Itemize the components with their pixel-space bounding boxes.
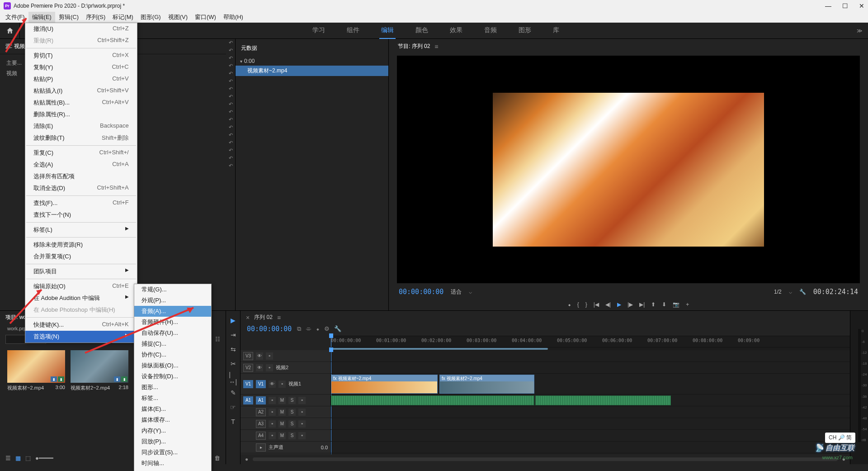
menu-marker[interactable]: 标记(M) <box>109 12 137 23</box>
lane-a2[interactable] <box>331 406 850 418</box>
menu-item[interactable]: 粘贴(P)Ctrl+V <box>25 73 137 85</box>
toggle-output[interactable]: 👁 <box>256 364 263 371</box>
icon-view-icon[interactable]: ▦ <box>15 455 21 461</box>
program-zoom[interactable]: 1/2 <box>774 289 782 295</box>
metadata-title[interactable]: 元数据 <box>236 43 388 57</box>
menu-item[interactable]: 全选(A)Ctrl+A <box>25 159 137 171</box>
track-select-tool[interactable]: ⇥ <box>229 331 237 339</box>
panel-menu-icon[interactable]: ≡ <box>434 43 438 50</box>
submenu-item[interactable]: 音频(A)... <box>134 306 211 317</box>
menu-item[interactable]: 查找下一个(N) <box>25 209 137 221</box>
prev-frame-icon[interactable]: ◀| <box>605 301 611 308</box>
maximize-button[interactable]: ☐ <box>842 2 848 10</box>
workspace-assembly[interactable]: 组件 <box>345 23 361 39</box>
solo-button[interactable]: S <box>288 432 296 439</box>
lock-icon[interactable]: ⚬ <box>269 420 276 428</box>
solo-button[interactable]: S <box>288 420 296 428</box>
workspace-learn[interactable]: 学习 <box>311 23 327 39</box>
timeline-scrollbar[interactable] <box>253 457 838 461</box>
workspace-overflow[interactable]: ≫ <box>851 24 868 38</box>
menu-help[interactable]: 帮助(H) <box>220 12 247 23</box>
lane-v3[interactable] <box>331 350 850 362</box>
mute-button[interactable]: M <box>278 409 286 416</box>
menu-item[interactable]: 粘贴插入(I)Ctrl+Shift+V <box>25 85 137 97</box>
menu-clip[interactable]: 剪辑(C) <box>55 12 82 23</box>
selection-tool[interactable]: ▶ <box>229 316 237 324</box>
v1-label[interactable]: V1 <box>256 380 266 388</box>
link-icon[interactable]: ⌯ <box>306 325 311 333</box>
workspace-library[interactable]: 库 <box>551 23 561 39</box>
submenu-item[interactable]: 媒体(E)... <box>134 404 211 414</box>
track-head-v1[interactable]: V1 V1 👁 ⚬ 视频1 <box>241 374 330 395</box>
menu-item[interactable]: 剪切(T)Ctrl+X <box>25 50 137 62</box>
track-head-v2[interactable]: V2 👁 ⚬ 视频2 <box>241 362 330 374</box>
freeform-view-icon[interactable]: ⬚ <box>25 455 31 461</box>
mute-button[interactable]: M <box>278 397 286 404</box>
submenu-item[interactable]: 标签... <box>134 393 211 404</box>
track-lanes[interactable]: fx 视频素材~2.mp4 fx 视频素材2~2.mp4 <box>331 350 850 454</box>
lane-v1[interactable]: fx 视频素材~2.mp4 fx 视频素材2~2.mp4 <box>331 374 850 395</box>
workspace-edit[interactable]: 编辑 <box>379 23 396 39</box>
menu-item[interactable]: 合并重复项(C) <box>25 251 137 262</box>
lane-a3[interactable] <box>331 418 850 430</box>
track-head-master[interactable]: ▸ 主声道 0.0 <box>241 442 330 453</box>
hand-tool[interactable]: ☞ <box>229 403 237 411</box>
source-tab[interactable]: 源: 视频 <box>5 43 25 50</box>
v3-label[interactable]: V3 <box>243 352 253 360</box>
minimize-button[interactable]: — <box>825 2 831 10</box>
play-button[interactable]: ▶ <box>617 301 621 308</box>
program-viewer[interactable] <box>397 56 860 283</box>
track-head-a4[interactable]: A4 ⚬ M S ⚬ <box>241 430 330 442</box>
workspace-color[interactable]: 颜色 <box>414 23 430 39</box>
track-head-v3[interactable]: V3 👁 ⚬ <box>241 350 330 362</box>
lane-master[interactable] <box>331 442 850 453</box>
timeline-clip[interactable]: fx 视频素材~2.mp4 <box>331 375 438 394</box>
voice-icon[interactable]: ⚬ <box>298 420 306 428</box>
lock-icon[interactable]: ⚬ <box>278 381 286 388</box>
menu-graphics[interactable]: 图形(G) <box>137 12 165 23</box>
type-tool[interactable]: T <box>229 418 237 426</box>
tree-clip-selected[interactable]: 视频素材~2.mp4 <box>236 66 388 76</box>
lift-icon[interactable]: ⬆ <box>651 301 656 308</box>
menu-item[interactable]: 清除(E)Backspace <box>25 120 137 132</box>
submenu-item[interactable]: 操纵面板(O)... <box>134 360 211 371</box>
menu-item[interactable]: 粘贴属性(B)...Ctrl+Alt+V <box>25 97 137 109</box>
submenu-item[interactable]: 同步设置(S)... <box>134 447 211 458</box>
program-title[interactable]: 节目: 序列 02 <box>398 43 430 50</box>
a1-patch[interactable]: A1 <box>243 396 253 404</box>
a2-label[interactable]: A2 <box>256 408 266 416</box>
pen-tool[interactable]: ✎ <box>229 389 237 397</box>
track-head-a1[interactable]: A1 A1 ⚬ M S ⚬ <box>241 395 330 406</box>
panel-menu-icon[interactable]: ≡ <box>277 314 281 321</box>
bin-item[interactable]: ▮▮ 视频素材~2.mp43:00 <box>7 350 65 391</box>
menu-window[interactable]: 窗口(W) <box>191 12 220 23</box>
chevron-down-icon[interactable]: ⌵ <box>469 289 472 295</box>
timeline-zoom-out[interactable]: ● <box>245 456 248 462</box>
mark-out-icon[interactable]: } <box>585 301 587 308</box>
submenu-item[interactable]: 捕捉(C)... <box>134 338 211 349</box>
timeline-ruler[interactable]: 00:00:00:0000:01:00:0000:02:00:0000:03:0… <box>331 336 850 347</box>
v2-label[interactable]: V2 <box>243 364 253 372</box>
submenu-item[interactable]: 回放(P)... <box>134 436 211 447</box>
mute-button[interactable]: M <box>278 432 286 439</box>
trash-icon[interactable]: 🗑 <box>214 455 220 461</box>
timeline-timecode[interactable]: 00:00:00:00 <box>247 325 292 333</box>
menu-item[interactable]: 团队项目▶ <box>25 266 137 277</box>
step-forward-icon[interactable]: ▶| <box>639 301 645 308</box>
export-frame-icon[interactable]: 📷 <box>673 301 679 308</box>
menu-item[interactable]: 移除未使用资源(R) <box>25 239 137 251</box>
workspace-effects[interactable]: 效果 <box>448 23 464 39</box>
submenu-item[interactable]: 修剪(R)... <box>134 469 211 471</box>
razor-tool[interactable]: ✂ <box>229 360 237 368</box>
timeline-clip[interactable]: fx 视频素材2~2.mp4 <box>439 375 534 394</box>
menu-sequence[interactable]: 序列(S) <box>82 12 109 23</box>
solo-button[interactable]: S <box>288 409 296 416</box>
wrench-icon[interactable]: 🔧 <box>334 325 341 333</box>
submenu-item[interactable]: 设备控制(D)... <box>134 371 211 382</box>
menu-item[interactable]: 快捷键(K)...Ctrl+Alt+K <box>25 319 137 331</box>
menu-item[interactable]: 标签(L)▶ <box>25 224 137 236</box>
menu-item[interactable]: 在 Adobe Audition 中编辑▶ <box>25 292 137 304</box>
marker-icon[interactable]: ⬥ <box>316 325 320 333</box>
submenu-item[interactable]: 音频硬件(H)... <box>134 317 211 328</box>
step-back-icon[interactable]: |◀ <box>594 301 599 308</box>
